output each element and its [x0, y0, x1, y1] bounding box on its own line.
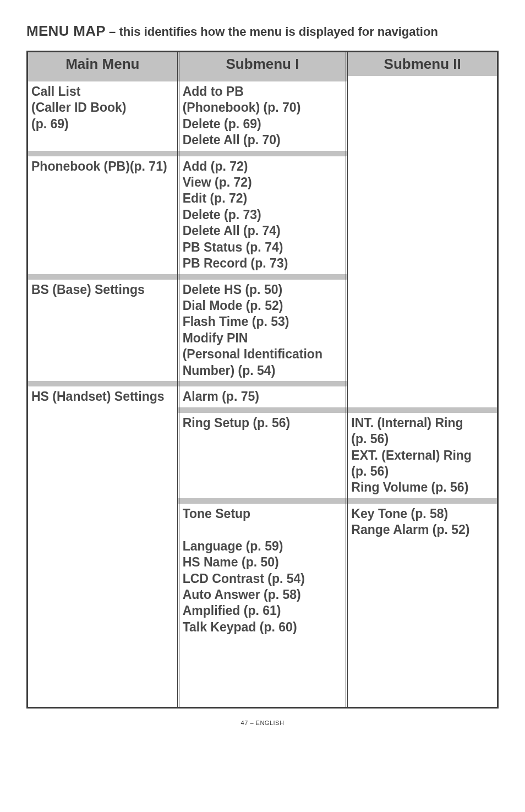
spacer-row	[28, 151, 497, 156]
table-header-row: Main Menu Submenu I Submenu II	[28, 52, 497, 76]
table-row: HS (Handset) Settings Alarm (p. 75)	[28, 386, 497, 407]
cell-sub1-phonebook: Add (p. 72)View (p. 72)Edit (p. 72)Delet…	[178, 156, 347, 274]
cell-sub2-ring-setup: INT. (Internal) Ring(p. 56)EXT. (Externa…	[347, 413, 497, 498]
title-rest: – this identifies how the menu is displa…	[106, 25, 438, 39]
header-submenu-2: Submenu II	[347, 52, 497, 76]
cell-sub1-bs-settings: Delete HS (p. 50)Dial Mode (p. 52)Flash …	[178, 280, 347, 382]
table-row: BS (Base) Settings Delete HS (p. 50)Dial…	[28, 280, 497, 382]
cell-main-call-list: Call List(Caller ID Book)(p. 69)	[28, 81, 178, 151]
spacer-row	[28, 274, 497, 280]
page-footer: 47 – ENGLISH	[26, 720, 499, 737]
menu-map-table-wrapper: Main Menu Submenu I Submenu II Call List…	[26, 51, 499, 709]
spacer-row	[28, 381, 497, 386]
cell-sub1-call-list: Add to PB(Phonebook) (p. 70)Delete (p. 6…	[178, 81, 347, 151]
cell-main-hs-settings: HS (Handset) Settings	[28, 386, 178, 707]
table-row: Call List(Caller ID Book)(p. 69) Add to …	[28, 81, 497, 151]
table-row: Phonebook (PB)(p. 71) Add (p. 72)View (p…	[28, 156, 497, 274]
cell-sub1-ring-setup: Ring Setup (p. 56)	[178, 413, 347, 498]
header-submenu-1: Submenu I	[178, 52, 347, 76]
title-bold: MENU MAP	[26, 23, 106, 39]
cell-sub1-alarm: Alarm (p. 75)	[178, 386, 347, 407]
cell-main-phonebook: Phonebook (PB)(p. 71)	[28, 156, 178, 274]
cell-sub2-blank	[347, 386, 497, 407]
cell-sub2-blank	[347, 81, 497, 151]
page-title: MENU MAP – this identifies how the menu …	[26, 22, 499, 41]
cell-sub2-blank	[347, 280, 497, 382]
cell-sub1-tone-setup: Tone SetupLanguage (p. 59)HS Name (p. 50…	[178, 504, 347, 707]
menu-map-table: Main Menu Submenu I Submenu II Call List…	[28, 52, 497, 707]
cell-sub2-tone-setup: Key Tone (p. 58)Range Alarm (p. 52)	[347, 504, 497, 707]
cell-main-bs-settings: BS (Base) Settings	[28, 280, 178, 382]
cell-sub2-blank	[347, 156, 497, 274]
spacer-row	[28, 76, 497, 81]
header-main-menu: Main Menu	[28, 52, 178, 76]
